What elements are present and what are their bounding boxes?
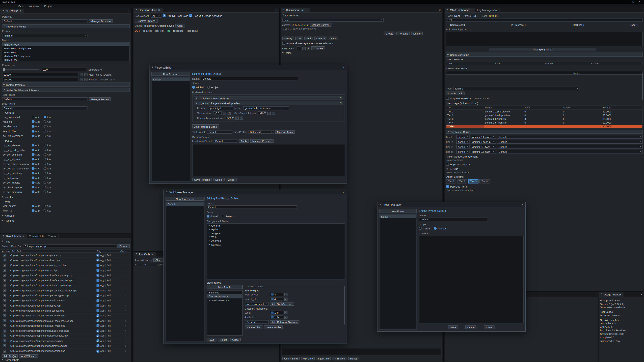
auto-radio[interactable] (32, 120, 34, 123)
remove-file-button[interactable] (3, 294, 6, 297)
entry-action-button[interactable]: +All (304, 36, 313, 40)
auto-radio[interactable] (32, 130, 34, 132)
tier-provider-select[interactable]: gemini (456, 140, 470, 144)
tier-model-select[interactable]: gemini-3-flash-preview (471, 140, 496, 144)
save-preset-button[interactable]: Save (448, 326, 458, 329)
category-node[interactable]: Runtime (207, 243, 344, 247)
close-icon[interactable] (592, 293, 598, 296)
apply-button[interactable]: Apply (239, 139, 249, 143)
save-persona-button[interactable]: Save Persona (192, 178, 212, 181)
save-profile-button[interactable]: Save Profile (245, 326, 262, 329)
new-preset-button[interactable]: New Preset (379, 209, 417, 213)
agg-checkbox[interactable] (96, 350, 100, 353)
agg-checkbox[interactable] (96, 335, 100, 337)
full-toggle[interactable]: Full (107, 279, 110, 282)
system-prompt-textarea[interactable] (192, 144, 345, 176)
close-icon[interactable] (522, 203, 523, 206)
tab-log-management[interactable]: Log Management (475, 8, 500, 12)
auto-radio[interactable] (32, 163, 34, 165)
remove-file-button[interactable] (3, 345, 6, 348)
base-dir-input[interactable]: C:/projects/gencpp (23, 244, 116, 248)
step-mode-checkbox[interactable] (446, 97, 449, 100)
auto-radio[interactable] (32, 167, 34, 170)
create-track-button[interactable]: Create Track (446, 91, 464, 95)
scope-global-radio[interactable] (192, 86, 195, 88)
tier-prompt-select[interactable]: Default (497, 150, 643, 154)
delete-preset-button[interactable]: Delete (465, 326, 477, 329)
ask-radio[interactable] (43, 191, 46, 193)
decrement-button[interactable] (236, 116, 239, 120)
tool-group-python[interactable]: Python (2, 139, 129, 143)
bias-profile-select[interactable]: Balanced (2, 106, 88, 110)
tier-model-select[interactable]: gemini-2.5-flash-lite (471, 150, 496, 154)
remove-file-button[interactable] (3, 274, 6, 277)
remove-weight-button[interactable] (284, 297, 288, 301)
tier-model-select[interactable]: gemini-2.5-flash-lite (471, 145, 496, 149)
tab-context-hub[interactable]: Context Hub (27, 234, 46, 239)
ask-radio[interactable] (43, 158, 46, 161)
add-tool-override-button[interactable]: Add Tool Override (270, 302, 294, 306)
close-icon[interactable] (471, 8, 472, 11)
preferred-model-select[interactable]: gemini-3-flash-preview (243, 106, 289, 110)
close-dialog-button[interactable]: Close (226, 178, 236, 181)
model-option[interactable]: MiniMax-M2.5-highspeed (2, 46, 129, 50)
ask-radio[interactable] (43, 205, 46, 207)
ask-radio[interactable] (43, 116, 46, 118)
full-toggle[interactable]: Full (107, 325, 110, 327)
delete-profile-button[interactable]: Delete Profile (264, 326, 283, 329)
category-override-select[interactable]: General (245, 320, 269, 324)
decrement-button[interactable] (80, 78, 83, 81)
ask-radio[interactable] (43, 163, 46, 165)
ask-radio[interactable] (43, 125, 46, 128)
tool-group-web[interactable]: Web (2, 200, 129, 204)
remove-file-button[interactable] (3, 304, 6, 307)
persona-editor-titlebar[interactable]: Persona Editor (150, 65, 347, 70)
remove-multiplier-button[interactable] (284, 316, 288, 319)
close-icon[interactable] (126, 9, 131, 12)
tool-preset-name-input[interactable]: Default (206, 205, 297, 209)
multiplier-input[interactable]: 1.5x (270, 311, 283, 314)
ask-radio[interactable] (43, 153, 46, 156)
full-toggle[interactable]: Full (107, 274, 110, 277)
full-toggle[interactable]: Full (107, 304, 110, 307)
files-section-node[interactable]: Files (2, 240, 130, 243)
add-files-button[interactable]: Add File(s) (2, 354, 18, 358)
pop-out-tool-calls-checkbox[interactable] (163, 14, 166, 17)
remove-weight-button[interactable] (284, 293, 288, 296)
remove-file-button[interactable] (3, 335, 6, 337)
auto-radio[interactable] (32, 153, 34, 156)
decrement-button[interactable] (268, 111, 271, 115)
full-toggle[interactable]: Full (107, 330, 110, 332)
auto-radio[interactable] (32, 158, 34, 161)
tab-mma-dashboard[interactable]: MMA Dashboard (445, 8, 475, 12)
full-toggle[interactable]: Full (107, 320, 110, 322)
remove-file-button[interactable] (3, 350, 6, 353)
scope-global-radio[interactable] (419, 227, 422, 230)
remove-file-button[interactable] (3, 319, 6, 322)
close-icon[interactable] (639, 293, 644, 296)
close-icon[interactable] (343, 191, 345, 194)
temperature-input[interactable]: 0.00 (41, 68, 86, 71)
comms-history-tab[interactable]: Comms History (135, 19, 158, 23)
window-close-icon[interactable] (639, 1, 640, 3)
close-icon[interactable] (343, 66, 345, 69)
section-tier-model-config[interactable]: Tier Model Config (446, 130, 643, 134)
preset-name-input[interactable]: Default (419, 218, 488, 221)
update-commit-button[interactable]: Update Commit (310, 23, 332, 27)
auto-radio[interactable] (32, 186, 34, 189)
agg-checkbox[interactable] (96, 264, 100, 267)
increment-button[interactable] (307, 46, 310, 50)
remove-model-icon[interactable] (340, 102, 342, 105)
ask-radio[interactable] (43, 172, 46, 174)
increment-button[interactable] (84, 78, 88, 81)
scrollbar-thumb[interactable] (642, 72, 643, 100)
scrollbar-thumb[interactable] (344, 286, 345, 325)
stream-tab-tier3[interactable]: Tier 3 (468, 179, 479, 184)
full-toggle[interactable]: Full (107, 299, 110, 302)
tab-theme[interactable]: Theme (46, 234, 59, 239)
scope-project-radio[interactable] (207, 86, 210, 88)
agg-checkbox[interactable] (96, 294, 100, 297)
persona-select[interactable]: Default (2, 19, 88, 23)
provider-select[interactable]: minimax (2, 34, 88, 37)
auto-radio[interactable] (32, 148, 34, 151)
